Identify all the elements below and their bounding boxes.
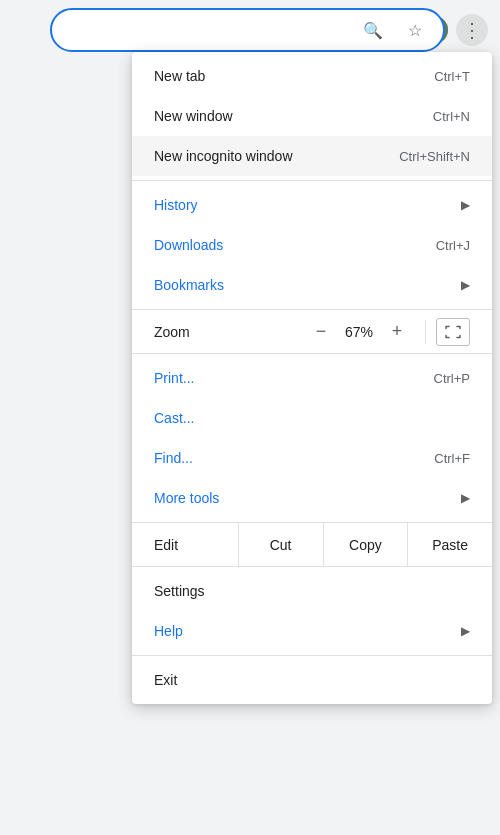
copy-button[interactable]: Copy (323, 523, 408, 567)
menu-item-find[interactable]: Find... Ctrl+F (132, 438, 492, 478)
menu-item-downloads[interactable]: Downloads Ctrl+J (132, 225, 492, 265)
zoom-divider (425, 320, 426, 344)
cut-button[interactable]: Cut (238, 523, 323, 567)
three-dots-button[interactable]: ⋮ (456, 14, 488, 46)
zoom-in-button[interactable]: + (379, 316, 415, 348)
exit-label: Exit (154, 672, 177, 688)
new-tab-label: New tab (154, 68, 205, 84)
menu-item-new-incognito[interactable]: New incognito window Ctrl+Shift+N (132, 136, 492, 176)
help-label: Help (154, 623, 183, 639)
menu-item-new-tab[interactable]: New tab Ctrl+T (132, 56, 492, 96)
chrome-menu: New tab Ctrl+T New window Ctrl+N New inc… (132, 52, 492, 704)
new-window-shortcut: Ctrl+N (433, 109, 470, 124)
section-history: History ▶ Downloads Ctrl+J Bookmarks ▶ (132, 181, 492, 310)
menu-item-history[interactable]: History ▶ (132, 185, 492, 225)
section-exit: Exit (132, 656, 492, 704)
downloads-label: Downloads (154, 237, 223, 253)
star-icon[interactable]: ☆ (397, 12, 433, 48)
new-incognito-label: New incognito window (154, 148, 293, 164)
downloads-shortcut: Ctrl+J (436, 238, 470, 253)
zoom-value: 67% (339, 324, 379, 340)
bookmarks-arrow: ▶ (461, 278, 470, 292)
find-shortcut: Ctrl+F (434, 451, 470, 466)
zoom-label: Zoom (154, 324, 303, 340)
more-tools-label: More tools (154, 490, 219, 506)
fullscreen-button[interactable] (436, 318, 470, 346)
menu-item-help[interactable]: Help ▶ (132, 611, 492, 651)
find-label: Find... (154, 450, 193, 466)
more-tools-arrow: ▶ (461, 491, 470, 505)
zoom-icon[interactable]: 🔍 (355, 12, 391, 48)
menu-item-bookmarks[interactable]: Bookmarks ▶ (132, 265, 492, 305)
section-new: New tab Ctrl+T New window Ctrl+N New inc… (132, 52, 492, 181)
print-shortcut: Ctrl+P (434, 371, 470, 386)
help-arrow: ▶ (461, 624, 470, 638)
edit-label: Edit (132, 537, 238, 553)
settings-label: Settings (154, 583, 205, 599)
new-incognito-shortcut: Ctrl+Shift+N (399, 149, 470, 164)
menu-item-more-tools[interactable]: More tools ▶ (132, 478, 492, 518)
menu-item-new-window[interactable]: New window Ctrl+N (132, 96, 492, 136)
history-arrow: ▶ (461, 198, 470, 212)
cast-label: Cast... (154, 410, 194, 426)
zoom-controls: − 67% + (303, 316, 470, 348)
new-window-label: New window (154, 108, 233, 124)
edit-row: Edit Cut Copy Paste (132, 523, 492, 567)
history-label: History (154, 197, 198, 213)
menu-item-cast[interactable]: Cast... (132, 398, 492, 438)
bookmarks-label: Bookmarks (154, 277, 224, 293)
menu-item-settings[interactable]: Settings (132, 571, 492, 611)
section-tools: Print... Ctrl+P Cast... Find... Ctrl+F M… (132, 354, 492, 523)
print-label: Print... (154, 370, 194, 386)
new-tab-shortcut: Ctrl+T (434, 69, 470, 84)
zoom-out-button[interactable]: − (303, 316, 339, 348)
top-bar: 🔍 ☆ ⋮ (0, 0, 500, 60)
address-bar[interactable]: 🔍 ☆ (50, 8, 445, 52)
zoom-row: Zoom − 67% + (132, 310, 492, 354)
menu-item-exit[interactable]: Exit (132, 660, 492, 700)
menu-item-print[interactable]: Print... Ctrl+P (132, 358, 492, 398)
paste-button[interactable]: Paste (407, 523, 492, 567)
section-settings: Settings Help ▶ (132, 567, 492, 656)
